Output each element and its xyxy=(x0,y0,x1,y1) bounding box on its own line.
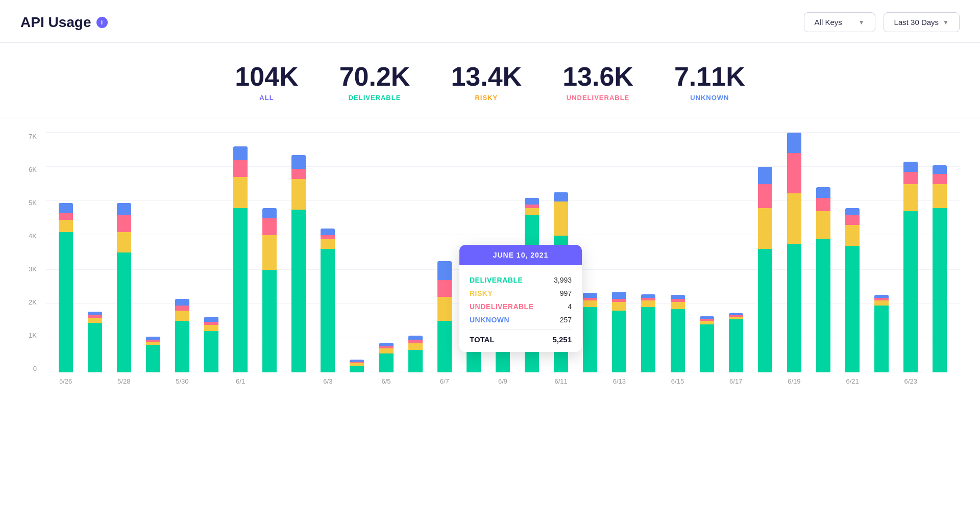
bar-group[interactable] xyxy=(255,133,284,372)
bar[interactable] xyxy=(350,360,364,373)
bar[interactable] xyxy=(933,165,947,372)
bar-group[interactable] xyxy=(197,133,226,372)
bar-segment-risky xyxy=(59,220,73,232)
bar-group[interactable] xyxy=(605,133,634,372)
bar[interactable] xyxy=(117,203,131,372)
bar-segment-risky xyxy=(933,184,947,208)
bar-group[interactable] xyxy=(721,133,750,372)
bar-group[interactable] xyxy=(342,133,372,372)
x-axis-label: 6/9 xyxy=(488,372,517,398)
x-axis-label xyxy=(255,372,284,398)
page-header: API Usage i All Keys ▼ Last 30 Days ▼ xyxy=(0,0,980,43)
bar[interactable] xyxy=(408,336,423,372)
bar[interactable] xyxy=(787,133,801,372)
tooltip-total-value: 5,251 xyxy=(552,335,572,344)
keys-dropdown-arrow: ▼ xyxy=(859,19,865,26)
bar[interactable] xyxy=(437,261,452,372)
bar-group[interactable] xyxy=(663,133,692,372)
bar-group[interactable] xyxy=(430,133,459,372)
bar-segment-unknown xyxy=(583,293,597,298)
bar-segment-risky xyxy=(262,235,277,269)
bar-group[interactable] xyxy=(138,133,167,372)
bar-group[interactable] xyxy=(401,133,430,372)
bar[interactable] xyxy=(874,295,889,372)
tooltip-row-value: 3,993 xyxy=(554,276,572,284)
bar[interactable] xyxy=(583,293,597,372)
bar[interactable] xyxy=(700,316,714,372)
bar-segment-risky xyxy=(117,232,131,252)
bar-group[interactable] xyxy=(634,133,663,372)
x-axis-label xyxy=(342,372,372,398)
bar-segment-deliverable xyxy=(291,210,306,372)
x-axis-label xyxy=(197,372,226,398)
bar-group[interactable] xyxy=(750,133,779,372)
bar-group[interactable] xyxy=(896,133,925,372)
bar-group[interactable] xyxy=(372,133,401,372)
bar[interactable] xyxy=(758,167,772,372)
bar-segment-deliverable xyxy=(408,350,423,372)
bar-group[interactable] xyxy=(226,133,255,372)
x-axis-label xyxy=(634,372,663,398)
bar[interactable] xyxy=(146,337,160,372)
stat-all: 104K ALL xyxy=(235,63,298,102)
bar-segment-deliverable xyxy=(204,331,218,372)
bar[interactable] xyxy=(612,292,626,372)
bar[interactable] xyxy=(291,155,306,372)
bar[interactable] xyxy=(641,294,655,372)
bar-group[interactable] xyxy=(313,133,342,372)
bar[interactable] xyxy=(321,229,335,372)
stat-unknown: 7.11K UNKNOWN xyxy=(674,63,745,102)
bar-group[interactable] xyxy=(167,133,197,372)
bar-group[interactable] xyxy=(838,133,867,372)
bar-segment-deliverable xyxy=(903,211,918,372)
bar-segment-risky xyxy=(700,321,714,324)
stat-deliverable: 70.2K DELIVERABLE xyxy=(339,63,410,102)
bar-group[interactable] xyxy=(808,133,838,372)
tooltip-row-value: 997 xyxy=(560,289,572,297)
bar-segment-undeliverable xyxy=(437,280,452,297)
stat-label-unknown: UNKNOWN xyxy=(674,94,745,102)
bar[interactable] xyxy=(88,312,102,373)
tooltip-row: UNDELIVERABLE 4 xyxy=(470,300,572,313)
bar-segment-risky xyxy=(437,297,452,321)
bar[interactable] xyxy=(379,343,394,372)
bar-group[interactable] xyxy=(51,133,80,372)
stat-label-deliverable: DELIVERABLE xyxy=(339,94,410,102)
x-axis-label: 6/13 xyxy=(605,372,634,398)
bar[interactable] xyxy=(59,203,73,372)
bar-segment-risky xyxy=(525,208,539,215)
bar[interactable] xyxy=(233,146,248,372)
bar-segment-unknown xyxy=(874,295,889,298)
bar-group[interactable] xyxy=(284,133,313,372)
stat-label-undeliverable: UNDELIVERABLE xyxy=(562,94,633,102)
x-axis-label xyxy=(80,372,109,398)
info-icon[interactable]: i xyxy=(96,17,108,28)
bar[interactable] xyxy=(845,208,860,372)
bar-group[interactable] xyxy=(779,133,808,372)
bar-segment-deliverable xyxy=(175,321,189,372)
x-axis-label xyxy=(401,372,430,398)
tooltip-row-value: 4 xyxy=(568,302,572,311)
bar-segment-unknown xyxy=(787,133,801,153)
bar[interactable] xyxy=(671,295,685,372)
chart-section: 7K6K5K4K3K2K1K0 5/265/285/306/16/36/56/7… xyxy=(0,117,980,408)
bar-group[interactable] xyxy=(692,133,721,372)
bar[interactable] xyxy=(262,208,277,372)
bar[interactable] xyxy=(729,313,743,372)
bar-segment-undeliverable xyxy=(612,299,626,302)
x-axis-label: 6/1 xyxy=(226,372,255,398)
bar-segment-undeliverable xyxy=(845,215,860,225)
bar[interactable] xyxy=(204,317,218,372)
keys-dropdown[interactable]: All Keys ▼ xyxy=(804,12,875,32)
bar[interactable] xyxy=(175,299,189,372)
bar-segment-risky xyxy=(379,348,394,353)
bar-segment-risky xyxy=(845,225,860,245)
bar-group[interactable] xyxy=(867,133,896,372)
period-dropdown[interactable]: Last 30 Days ▼ xyxy=(884,12,960,32)
bar[interactable] xyxy=(903,162,918,372)
bar-group[interactable] xyxy=(80,133,109,372)
bar[interactable] xyxy=(816,187,830,372)
bar-group[interactable] xyxy=(925,133,954,372)
bar-segment-unknown xyxy=(903,162,918,172)
bar-group[interactable] xyxy=(109,133,138,372)
